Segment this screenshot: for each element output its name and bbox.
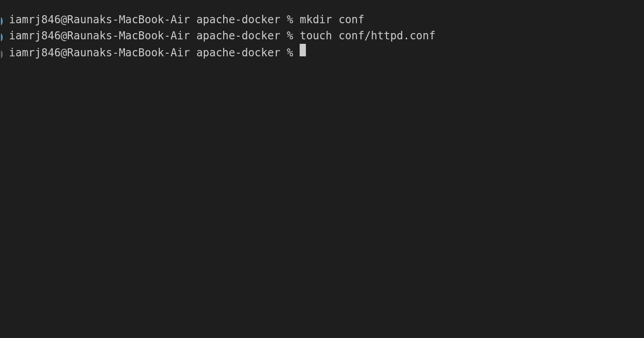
terminal-cursor (300, 44, 306, 56)
terminal-area[interactable]: ◗ iamrj846@Raunaks-MacBook-Air apache-do… (0, 12, 644, 60)
terminal-line: ◗ iamrj846@Raunaks-MacBook-Air apache-do… (0, 28, 644, 44)
prompt-user: iamrj846 (9, 28, 61, 44)
prompt-user: iamrj846 (9, 12, 61, 28)
prompt-cwd: apache-docker (196, 28, 280, 44)
prompt-host: Raunaks-MacBook-Air (67, 12, 190, 28)
prompt-arrow-icon: ◗ (0, 13, 9, 28)
prompt-cwd: apache-docker (196, 12, 280, 28)
prompt-at: @ (61, 28, 67, 44)
prompt-arrow-icon: ◗ (0, 46, 9, 61)
prompt-user: iamrj846 (9, 45, 61, 61)
terminal-command: touch conf/httpd.conf (300, 28, 435, 44)
prompt-at: @ (61, 45, 67, 61)
prompt-separator: % (287, 28, 293, 44)
prompt-cwd: apache-docker (196, 45, 280, 61)
terminal-command: mkdir conf (300, 12, 364, 28)
terminal-line: ◗ iamrj846@Raunaks-MacBook-Air apache-do… (0, 12, 644, 28)
prompt-arrow-icon: ◗ (0, 29, 9, 44)
prompt-separator: % (287, 12, 293, 28)
prompt-host: Raunaks-MacBook-Air (67, 45, 190, 61)
prompt-separator: % (287, 45, 293, 61)
prompt-host: Raunaks-MacBook-Air (67, 28, 190, 44)
terminal-line[interactable]: ◗ iamrj846@Raunaks-MacBook-Air apache-do… (0, 44, 644, 60)
prompt-at: @ (61, 12, 67, 28)
